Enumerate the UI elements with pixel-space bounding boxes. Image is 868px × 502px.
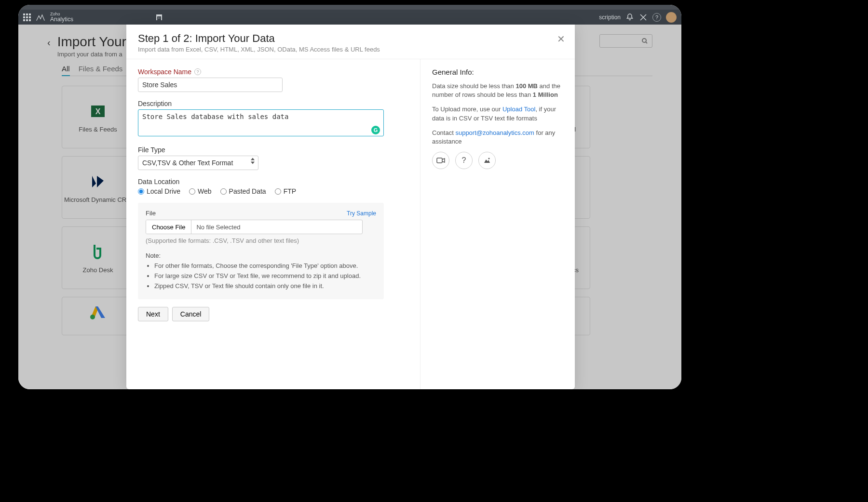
- modal-subtitle: Import data from Excel, CSV, HTML, XML, …: [138, 46, 563, 53]
- video-help-icon[interactable]: [432, 152, 449, 169]
- filetype-label: File Type: [138, 146, 408, 154]
- try-sample-link[interactable]: Try Sample: [347, 210, 376, 217]
- next-button[interactable]: Next: [138, 307, 168, 321]
- file-label: File: [146, 210, 156, 217]
- dataloc-label: Data Location: [138, 178, 408, 185]
- tools-icon[interactable]: [639, 13, 648, 22]
- help-icon[interactable]: ?: [652, 13, 661, 22]
- bell-icon[interactable]: [625, 13, 634, 22]
- help-icon[interactable]: ?: [194, 68, 201, 75]
- svg-point-9: [488, 158, 490, 159]
- supported-formats: (Supported file formats: .CSV, .TSV and …: [146, 237, 376, 244]
- cancel-button[interactable]: Cancel: [172, 307, 210, 321]
- radio-pasted-data[interactable]: Pasted Data: [220, 187, 266, 195]
- workspace-name-input[interactable]: [138, 78, 283, 92]
- choose-file-button[interactable]: Choose File: [146, 220, 191, 234]
- building-icon[interactable]: [155, 13, 163, 21]
- note-item: For large size CSV or TSV or Text file, …: [154, 272, 376, 279]
- close-icon[interactable]: ✕: [557, 33, 565, 45]
- brand-name: Zoho Analytics: [50, 12, 73, 22]
- support-email-link[interactable]: support@zohoanalytics.com: [455, 129, 534, 136]
- info-p1: Data size should be less than 100 MB and…: [432, 82, 563, 99]
- upload-tool-link[interactable]: Upload Tool: [502, 106, 535, 113]
- note-item: Zipped CSV, TSV or Text file should cont…: [154, 282, 376, 290]
- import-modal: Step 1 of 2: Import Your Data Import dat…: [126, 25, 575, 389]
- modal-title: Step 1 of 2: Import Your Data: [138, 32, 563, 45]
- info-title: General Info:: [432, 68, 563, 76]
- note-item: For other file formats, Choose the corre…: [154, 262, 376, 269]
- avatar[interactable]: [666, 12, 677, 23]
- grammarly-icon[interactable]: G: [371, 126, 380, 134]
- description-label: Description: [138, 100, 408, 107]
- workspace-name-label: Workspace Name?: [138, 68, 408, 76]
- radio-web[interactable]: Web: [189, 187, 212, 195]
- info-p3: Contact support@zohoanalytics.com for an…: [432, 129, 563, 146]
- subscription-link[interactable]: scription: [599, 14, 621, 21]
- filetype-select[interactable]: [138, 156, 258, 170]
- zoho-analytics-logo-icon: [36, 13, 45, 22]
- info-p2: To Upload more, use our Upload Tool, if …: [432, 105, 563, 122]
- question-help-icon[interactable]: ?: [455, 152, 473, 169]
- radio-local-drive[interactable]: Local Drive: [138, 187, 180, 195]
- description-input[interactable]: [138, 109, 384, 136]
- app-switcher-icon[interactable]: [23, 13, 31, 21]
- svg-rect-8: [437, 158, 442, 163]
- image-help-icon[interactable]: [478, 152, 496, 169]
- file-panel: File Try Sample Choose File No file Sele…: [138, 203, 384, 299]
- topbar: Zoho Analytics scription ?: [18, 10, 681, 25]
- note-title: Note:: [146, 252, 376, 259]
- radio-ftp[interactable]: FTP: [275, 187, 296, 195]
- file-status: No file Selected: [191, 224, 245, 231]
